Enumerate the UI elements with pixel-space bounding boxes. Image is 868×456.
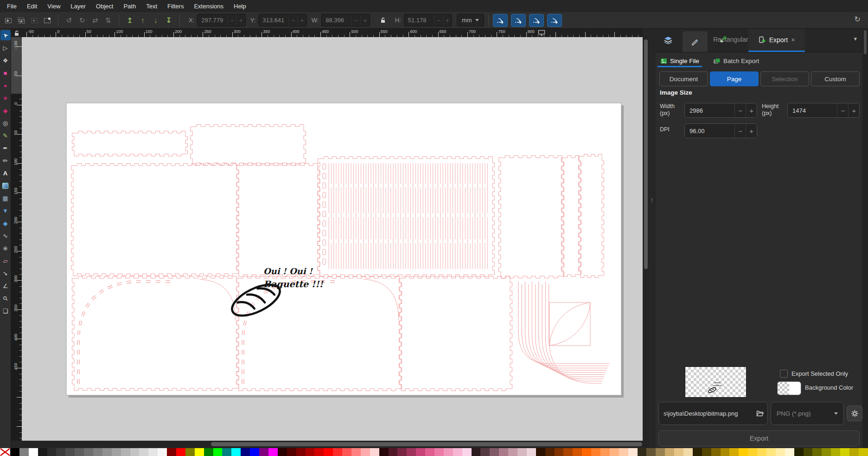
- format-dropdown[interactable]: PNG (*.png): [771, 402, 844, 425]
- tab-single-file[interactable]: Single File: [659, 52, 700, 70]
- mesh-gradient-tool[interactable]: ▦: [0, 193, 11, 203]
- measure-tool[interactable]: ∠: [0, 281, 11, 291]
- panel-splitter[interactable]: ⁞: [649, 29, 656, 448]
- select-all-layers-icon[interactable]: [15, 14, 28, 26]
- node-tool[interactable]: ▷: [0, 43, 11, 53]
- palette-swatch[interactable]: [674, 448, 683, 456]
- raise-icon[interactable]: ↑: [136, 14, 149, 26]
- palette-swatch[interactable]: [757, 448, 766, 456]
- palette-swatch[interactable]: [600, 448, 610, 456]
- palette-swatch[interactable]: [370, 448, 379, 456]
- palette-swatch[interactable]: [831, 448, 840, 456]
- palette-swatch[interactable]: [573, 448, 582, 456]
- move-patterns-toggle[interactable]: [547, 14, 562, 27]
- x-input[interactable]: 297.779−+: [197, 14, 245, 26]
- area-button-document[interactable]: Document: [659, 71, 708, 86]
- shape-builder-tool[interactable]: ❖: [0, 55, 11, 65]
- palette-swatch[interactable]: [185, 448, 195, 456]
- palette-swatch[interactable]: [776, 448, 785, 456]
- palette-swatch[interactable]: [434, 448, 444, 456]
- palette-swatch[interactable]: [139, 448, 148, 456]
- palette-swatch[interactable]: [314, 448, 324, 456]
- plus-button[interactable]: +: [746, 103, 757, 117]
- spiral-tool[interactable]: ◎: [0, 118, 11, 128]
- palette-swatch[interactable]: [628, 448, 638, 456]
- palette-swatch[interactable]: [721, 448, 730, 456]
- plus-button[interactable]: +: [236, 14, 245, 26]
- palette-swatch[interactable]: [407, 448, 416, 456]
- palette-swatch[interactable]: [56, 448, 65, 456]
- palette-swatch[interactable]: [397, 448, 407, 456]
- filename-field[interactable]: [658, 402, 768, 425]
- palette-swatch[interactable]: [389, 448, 398, 456]
- plus-button[interactable]: +: [297, 14, 306, 26]
- tweak-tool[interactable]: ∿: [0, 231, 11, 241]
- palette-swatch[interactable]: [93, 448, 102, 456]
- palette-swatch[interactable]: [812, 448, 822, 456]
- export-options-button[interactable]: [847, 405, 862, 421]
- horizontal-scrollbar[interactable]: [22, 441, 649, 447]
- star-tool[interactable]: ★: [0, 93, 11, 103]
- palette-swatch[interactable]: [591, 448, 600, 456]
- palette-swatch[interactable]: [766, 448, 776, 456]
- no-color-swatch[interactable]: [0, 448, 10, 456]
- plus-button[interactable]: +: [360, 14, 369, 26]
- v-scrollbar-thumb[interactable]: [644, 39, 648, 269]
- palette-swatch[interactable]: [462, 448, 472, 456]
- palette-swatch[interactable]: [638, 448, 647, 456]
- flip-horizontal-icon[interactable]: ⇄: [89, 14, 102, 26]
- minus-button[interactable]: −: [434, 14, 443, 26]
- eraser-tool[interactable]: ▱: [0, 256, 11, 266]
- palette-swatch[interactable]: [158, 448, 167, 456]
- palette-swatch[interactable]: [822, 448, 831, 456]
- palette-swatch[interactable]: [840, 448, 849, 456]
- palette-swatch[interactable]: [729, 448, 739, 456]
- paint-bucket-tool[interactable]: ◆: [0, 218, 11, 228]
- menu-help[interactable]: Help: [229, 1, 251, 12]
- panel-scrollbar[interactable]: [862, 29, 868, 448]
- text-tool[interactable]: A: [0, 168, 11, 178]
- palette-swatch[interactable]: [278, 448, 287, 456]
- palette-swatch[interactable]: [29, 448, 38, 456]
- plus-button[interactable]: +: [443, 14, 452, 26]
- spray-tool[interactable]: ※: [0, 243, 11, 253]
- connector-tool[interactable]: ➘: [0, 268, 11, 278]
- gradient-tool[interactable]: [0, 180, 11, 191]
- width-value[interactable]: 2986: [689, 107, 734, 114]
- palette-swatch[interactable]: [195, 448, 204, 456]
- selection-box-icon[interactable]: [41, 14, 54, 26]
- rotate-ccw-icon[interactable]: ↺: [63, 14, 76, 26]
- selector-tool[interactable]: ➤: [0, 30, 11, 40]
- ruler-lock-corner[interactable]: [11, 29, 22, 37]
- menu-object[interactable]: Object: [91, 1, 119, 12]
- plus-button[interactable]: +: [848, 103, 859, 117]
- background-color-swatch[interactable]: [777, 381, 801, 395]
- palette-swatch[interactable]: [342, 448, 351, 456]
- palette-swatch[interactable]: [222, 448, 231, 456]
- palette-swatch[interactable]: [287, 448, 296, 456]
- minus-button[interactable]: −: [351, 14, 360, 26]
- canvas[interactable]: Oui ! Oui !Baguette !!!: [22, 37, 643, 441]
- menu-filters[interactable]: Filters: [162, 1, 189, 12]
- area-button-page[interactable]: Page: [710, 71, 759, 86]
- box3d-tool[interactable]: ◆: [0, 105, 11, 116]
- minus-button[interactable]: −: [837, 103, 848, 117]
- palette-swatch[interactable]: [610, 448, 619, 456]
- palette-swatch[interactable]: [361, 448, 370, 456]
- palette-swatch[interactable]: [204, 448, 213, 456]
- palette-swatch[interactable]: [545, 448, 555, 456]
- tab-objects[interactable]: [683, 31, 708, 52]
- palette-swatch[interactable]: [739, 448, 748, 456]
- menu-file[interactable]: File: [2, 1, 22, 12]
- dpi-input[interactable]: 96.00 − +: [684, 123, 757, 138]
- close-icon[interactable]: ×: [791, 36, 795, 44]
- palette-swatch[interactable]: [453, 448, 462, 456]
- palette-swatch[interactable]: [582, 448, 591, 456]
- palette-swatch[interactable]: [508, 448, 517, 456]
- vertical-scrollbar[interactable]: [643, 37, 649, 441]
- lower-icon[interactable]: ↓: [149, 14, 162, 26]
- dpi-value[interactable]: 96.00: [689, 128, 734, 135]
- palette-swatch[interactable]: [121, 448, 130, 456]
- palette-swatch[interactable]: [480, 448, 490, 456]
- palette-swatch[interactable]: [472, 448, 481, 456]
